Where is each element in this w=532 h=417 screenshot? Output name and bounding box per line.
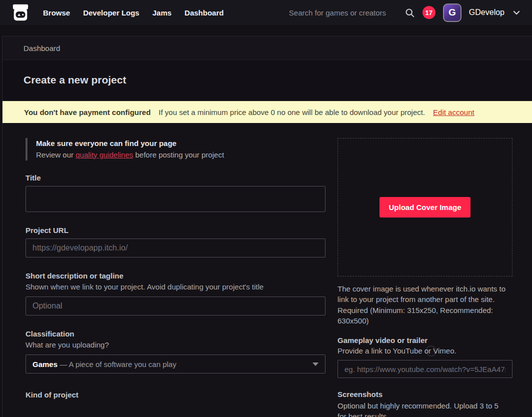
short-description-help: Shown when we link to your project. Avoi… [26, 282, 326, 292]
quality-guidelines-link[interactable]: quality guidelines [76, 150, 133, 159]
nav-item-dashboard[interactable]: Dashboard [184, 8, 224, 17]
gameplay-video-input[interactable] [338, 360, 512, 378]
short-description-label: Short description or tagline [26, 272, 326, 280]
classification-select[interactable]: Games — A piece of software you can play [26, 354, 326, 374]
notification-badge[interactable]: 17 [422, 6, 436, 19]
quality-note-suffix: before posting your project [133, 150, 224, 159]
project-url-input[interactable] [26, 238, 326, 258]
form-left-column: Make sure everyone can find your page Re… [26, 138, 326, 417]
quality-note-heading: Make sure everyone can find your page [36, 138, 326, 150]
quality-note-line: Review our quality guidelines before pos… [36, 150, 326, 161]
quality-guidelines-note: Make sure everyone can find your page Re… [26, 138, 326, 160]
chevron-down-icon[interactable] [512, 8, 521, 17]
gameplay-video-help: Provide a link to YouTube or Vimeo. [338, 346, 512, 355]
nav-item-jams[interactable]: Jams [152, 8, 172, 17]
screenshots-label: Screenshots [338, 390, 512, 398]
kind-of-project-label: Kind of project [26, 390, 326, 399]
cover-image-dropzone[interactable]: Upload Cover Image [338, 138, 512, 276]
itchio-logo-icon[interactable] [11, 3, 30, 22]
form-right-column: Upload Cover Image The cover image is us… [338, 138, 512, 417]
project-url-label: Project URL [26, 226, 326, 234]
top-nav: Browse Developer Logs Jams Dashboard 17 … [0, 0, 532, 25]
project-form: Make sure everyone can find your page Re… [2, 123, 532, 417]
cover-image-help: The cover image is used whenever itch.io… [338, 284, 512, 326]
classification-value-description: — A piece of software you can play [60, 360, 176, 368]
nav-item-browse[interactable]: Browse [43, 8, 70, 17]
search-input[interactable] [289, 8, 397, 17]
breadcrumb-bar: Dashboard [2, 36, 532, 60]
page-title: Create a new project [24, 74, 511, 86]
search-icon[interactable] [404, 8, 415, 18]
dropdown-arrow-icon [312, 362, 318, 366]
gameplay-video-label: Gameplay video or trailer [338, 336, 512, 344]
banner-bold-text: You don't have payment configured [24, 108, 150, 116]
screenshots-help: Optional but highly recommended. Upload … [338, 400, 508, 417]
avatar[interactable]: G [443, 4, 462, 22]
username-label[interactable]: GDevelop [469, 8, 504, 17]
classification-help: What are you uploading? [26, 340, 326, 350]
title-section: Create a new project [2, 60, 532, 101]
banner-message: If you set a minimum price above 0 no on… [158, 108, 425, 116]
classification-label: Classification [26, 330, 326, 338]
nav-right-cluster: 17 G GDevelop [289, 4, 521, 22]
quality-note-prefix: Review our [36, 150, 76, 159]
title-input[interactable] [26, 186, 326, 212]
breadcrumb[interactable]: Dashboard [24, 44, 60, 52]
nav-item-developer-logs[interactable]: Developer Logs [83, 8, 140, 17]
classification-value: Games [32, 360, 58, 368]
edit-account-link[interactable]: Edit account [433, 108, 474, 116]
upload-cover-image-button[interactable]: Upload Cover Image [380, 197, 470, 218]
short-description-input[interactable] [26, 296, 326, 316]
title-label: Title [26, 174, 326, 182]
payment-warning-banner: You don't have payment configured If you… [2, 101, 532, 123]
main-container: Dashboard Create a new project You don't… [2, 36, 532, 417]
